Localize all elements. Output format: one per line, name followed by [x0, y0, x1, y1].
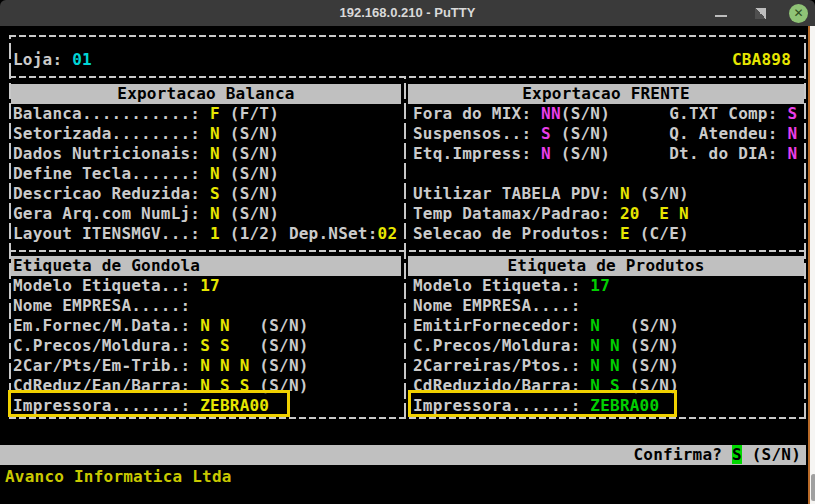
- confirm-input-field[interactable]: S: [732, 445, 742, 464]
- field-label: (S/N): [551, 144, 610, 163]
- field-label: (C/E): [630, 224, 689, 243]
- field-label: Modelo Etiqueta.:: [413, 276, 590, 295]
- restore-icon[interactable]: [755, 8, 766, 19]
- terminal-screen[interactable]: Loja: 01 CBA898 Exportacao Balanca Balan…: [0, 26, 815, 504]
- field-value[interactable]: N N: [590, 336, 620, 355]
- field-label: (1/2) Dep.NSet:: [220, 224, 378, 243]
- field-row: Balanca...........: F (F/T): [11, 104, 401, 124]
- field-row: Descricao Reduzida: S (S/N): [11, 184, 401, 204]
- field-row: Suspensos..: S (S/N) Q. Atendeu: N: [408, 124, 804, 144]
- store-row: Loja: 01: [13, 50, 92, 70]
- field-row: Utilizar TABELA PDV: N (S/N): [408, 184, 804, 204]
- field-label: Layout ITENSMGV...:: [13, 224, 210, 243]
- title-bar: 192.168.0.210 - PuTTY ✕: [0, 0, 815, 26]
- putty-window: 192.168.0.210 - PuTTY ✕ Loja: 01 CBA898 …: [0, 0, 815, 504]
- field-label: (S/N): [630, 184, 689, 203]
- field-value[interactable]: N: [210, 144, 220, 163]
- minimize-icon[interactable]: [715, 15, 727, 17]
- field-label: 2Carreiras/Ptos.:: [413, 356, 590, 375]
- outer-border-right: [804, 35, 806, 419]
- panel-title: Etiqueta de Produtos: [408, 256, 804, 276]
- field-value[interactable]: NN: [541, 104, 561, 123]
- window-title: 192.168.0.210 - PuTTY: [0, 0, 815, 26]
- store-label: Loja:: [13, 50, 72, 69]
- field-value[interactable]: S: [210, 184, 220, 203]
- field-label: (S/N): [561, 104, 610, 123]
- field-value[interactable]: N N N: [200, 356, 249, 375]
- close-icon[interactable]: ✕: [789, 4, 808, 23]
- field-row: Setorizada........: N (S/N): [11, 124, 401, 144]
- panel-exportacao-frente: Exportacao FRENTE Fora do MIX: NN(S/N) G…: [408, 84, 804, 244]
- field-value[interactable]: 17: [590, 276, 610, 295]
- store-number-field[interactable]: 01: [72, 50, 92, 69]
- field-value[interactable]: N: [590, 316, 600, 335]
- field-row: Nome EMPRESA.....:: [11, 296, 401, 316]
- field-label: (S/N): [220, 164, 279, 183]
- field-row: Fora do MIX: NN(S/N) G.TXT Comp: S: [408, 104, 804, 124]
- field-value[interactable]: S: [541, 124, 551, 143]
- field-value[interactable]: N N: [590, 356, 620, 375]
- field-value[interactable]: N: [210, 204, 220, 223]
- field-row: Dados Nutricionais: N (S/N): [11, 144, 401, 164]
- field-label: Utilizar TABELA PDV:: [413, 184, 620, 203]
- field-value[interactable]: N: [787, 124, 797, 143]
- field-row: 2Car/Pts/Em-Trib.: N N N (S/N): [11, 356, 401, 376]
- field-value[interactable]: 02: [378, 224, 398, 243]
- field-label: (S/N): [230, 316, 309, 335]
- field-label: Dados Nutricionais:: [13, 144, 210, 163]
- field-label: (S/N): [620, 336, 679, 355]
- scrollbar-thumb[interactable]: [811, 474, 815, 501]
- field-row: Define Tecla......: N (S/N): [11, 164, 401, 184]
- field-value[interactable]: N: [210, 124, 220, 143]
- field-label: (F/T): [220, 104, 279, 123]
- field-label: (S/N): [220, 124, 279, 143]
- field-label: Fora do MIX:: [413, 104, 541, 123]
- outer-border-top: [9, 35, 806, 37]
- field-value[interactable]: S S: [200, 336, 230, 355]
- field-value[interactable]: F: [210, 104, 220, 123]
- field-row: Gera Arq.com NumLj: N (S/N): [11, 204, 401, 224]
- field-label: Selecao de Produtos:: [413, 224, 620, 243]
- field-row: C.Precos/Moldura.: S S (S/N): [11, 336, 401, 356]
- field-label: (S/N): [620, 356, 679, 375]
- field-row: 2Carreiras/Ptos.: N N (S/N): [408, 356, 804, 376]
- field-value[interactable]: 17: [200, 276, 220, 295]
- field-label: EmitirFornecedor:: [413, 316, 590, 335]
- field-value[interactable]: 20 E N: [620, 204, 689, 223]
- field-label: Setorizada........:: [13, 124, 210, 143]
- field-row: Nome EMPRESA....:: [408, 296, 804, 316]
- field-value[interactable]: 1: [210, 224, 220, 243]
- field-label: (S/N): [220, 204, 279, 223]
- panel-title: Etiqueta de Gondola: [11, 256, 401, 276]
- field-label: (S/N): [230, 336, 309, 355]
- field-value[interactable]: N: [620, 184, 630, 203]
- scrollbar-track[interactable]: [808, 26, 815, 504]
- field-row: Modelo Etiqueta.: 17: [408, 276, 804, 296]
- field-value[interactable]: E: [620, 224, 630, 243]
- field-label: Descricao Reduzida:: [13, 184, 210, 203]
- field-label: (S/N): [249, 356, 308, 375]
- field-value[interactable]: N N: [200, 316, 230, 335]
- highlight-box-produtos-printer: [408, 390, 677, 417]
- field-label: Em.Fornec/M.Data.:: [13, 316, 200, 335]
- field-label: C.Precos/Moldura.:: [13, 336, 200, 355]
- field-value[interactable]: N: [541, 144, 551, 163]
- field-label: (S/N): [220, 144, 279, 163]
- field-label: Suspensos..:: [413, 124, 541, 143]
- field-label: Define Tecla......:: [13, 164, 210, 183]
- field-label: (S/N): [220, 184, 279, 203]
- field-label: G.TXT Comp:: [610, 104, 787, 123]
- field-label: Q. Atendeu:: [610, 124, 787, 143]
- field-row: [408, 164, 804, 184]
- panel-title: Exportacao FRENTE: [408, 84, 804, 104]
- field-label: (S/N): [551, 124, 610, 143]
- field-row: Em.Fornec/M.Data.: N N (S/N): [11, 316, 401, 336]
- program-code: CBA898: [732, 50, 791, 70]
- panel-exportacao-balanca: Exportacao Balanca Balanca...........: F…: [11, 84, 401, 244]
- field-value[interactable]: N: [210, 164, 220, 183]
- highlight-box-gondola-printer: [8, 390, 290, 417]
- field-label: Modelo Etiqueta..:: [13, 276, 200, 295]
- field-row: Modelo Etiqueta..: 17: [11, 276, 401, 296]
- field-value[interactable]: N: [787, 144, 797, 163]
- field-value[interactable]: S: [787, 104, 797, 123]
